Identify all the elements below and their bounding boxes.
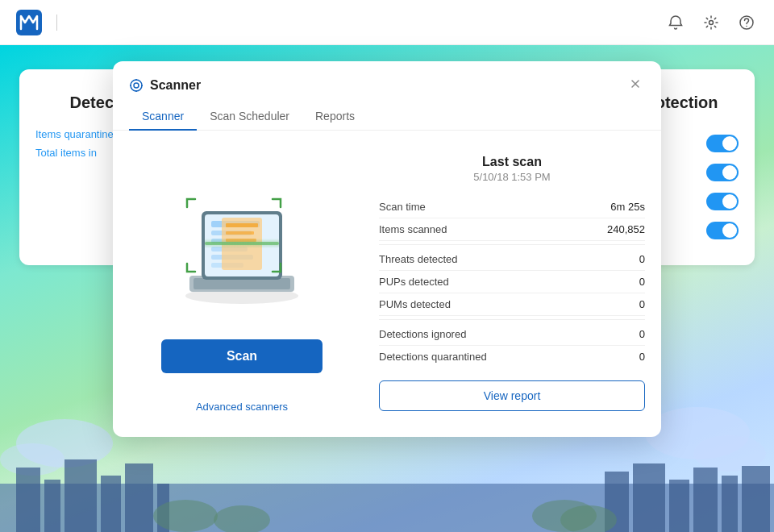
stat-label-detections-ignored: Detections ignored — [379, 328, 466, 340]
svg-rect-40 — [226, 231, 254, 235]
modal-left-panel: Scan Advanced scanners — [129, 147, 355, 421]
logo — [16, 10, 72, 35]
tab-reports[interactable]: Reports — [302, 103, 368, 131]
svg-rect-29 — [194, 278, 290, 289]
stat-label-pups: PUPs detected — [379, 276, 449, 288]
modal-body: Scan Advanced scanners Last scan 5/10/18… — [113, 131, 661, 437]
scanner-target-icon — [129, 78, 144, 93]
view-report-button[interactable]: View report — [379, 380, 645, 411]
tab-scanner[interactable]: Scanner — [129, 103, 197, 131]
stats-separator-2 — [379, 319, 645, 320]
svg-rect-43 — [205, 239, 279, 248]
last-scan-date: 5/10/18 1:53 PM — [379, 171, 645, 183]
scan-button[interactable]: Scan — [161, 339, 322, 373]
stat-label-detections-quarantined: Detections quarantined — [379, 351, 487, 363]
notifications-button[interactable] — [664, 11, 687, 34]
stats-separator-1 — [379, 244, 645, 245]
stat-row-scan-time: Scan time 6m 25s — [379, 196, 645, 218]
tab-scan-scheduler[interactable]: Scan Scheduler — [197, 103, 302, 131]
modal-right-panel: Last scan 5/10/18 1:53 PM Scan time 6m 2… — [379, 147, 645, 421]
stat-label-pums: PUMs detected — [379, 298, 451, 310]
modal-tabs: Scanner Scan Scheduler Reports — [113, 97, 661, 131]
modal-close-button[interactable] — [626, 74, 645, 97]
settings-button[interactable] — [700, 11, 722, 34]
topbar — [0, 0, 774, 45]
last-scan-header: Last scan 5/10/18 1:53 PM — [379, 155, 645, 183]
help-button[interactable] — [735, 11, 758, 34]
svg-point-1 — [710, 20, 714, 24]
stat-label-scan-time: Scan time — [379, 201, 426, 213]
svg-point-3 — [746, 25, 747, 27]
advanced-scanners-link[interactable]: Advanced scanners — [196, 401, 288, 413]
modal-header: Scanner — [113, 61, 661, 97]
svg-point-22 — [134, 83, 139, 88]
stat-row-detections-quarantined: Detections quarantined 0 — [379, 346, 645, 368]
modal-title-group: Scanner — [129, 78, 201, 93]
stat-label-items-scanned: Items scanned — [379, 223, 447, 235]
stat-row-detections-ignored: Detections ignored 0 — [379, 323, 645, 346]
stat-value-detections-ignored: 0 — [639, 328, 645, 340]
stat-row-pums: PUMs detected 0 — [379, 293, 645, 316]
modal-overlay: Scanner Scanner Scan Scheduler Reports — [0, 45, 774, 532]
logo-divider — [56, 15, 57, 31]
svg-rect-39 — [226, 223, 258, 227]
topbar-actions — [664, 11, 758, 34]
stat-value-threats: 0 — [639, 253, 645, 265]
last-scan-title: Last scan — [379, 155, 645, 169]
svg-point-21 — [131, 80, 142, 91]
stat-value-pums: 0 — [639, 298, 645, 310]
stat-value-detections-quarantined: 0 — [639, 351, 645, 363]
stat-label-threats: Threats detected — [379, 253, 458, 265]
stat-row-pups: PUPs detected 0 — [379, 271, 645, 293]
stat-value-pups: 0 — [639, 276, 645, 288]
scanner-illustration — [145, 155, 339, 316]
stat-value-scan-time: 6m 25s — [610, 201, 645, 213]
stat-row-items-scanned: Items scanned 240,852 — [379, 218, 645, 241]
stat-row-threats: Threats detected 0 — [379, 248, 645, 271]
scanner-modal: Scanner Scanner Scan Scheduler Reports — [113, 61, 661, 437]
stat-value-items-scanned: 240,852 — [607, 223, 645, 235]
scan-stats: Scan time 6m 25s Items scanned 240,852 T… — [379, 196, 645, 368]
malwarebytes-logo-icon — [16, 10, 42, 35]
modal-title-text: Scanner — [150, 78, 201, 93]
